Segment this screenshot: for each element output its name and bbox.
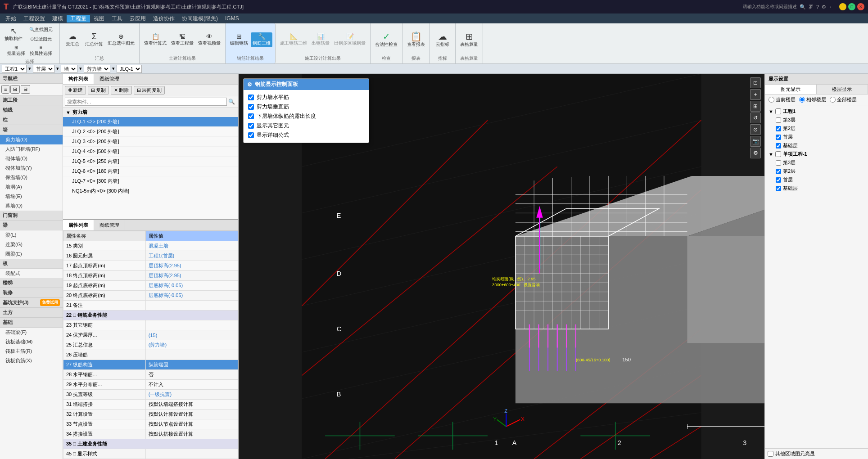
full-view-button[interactable]: ⊡ bbox=[750, 77, 761, 88]
prop-value-29[interactable]: 不计入 bbox=[145, 380, 238, 390]
prop-value-24[interactable]: (15) bbox=[145, 330, 238, 340]
zoom-in-button[interactable]: + bbox=[750, 89, 761, 100]
props-scroll[interactable]: 属性名称 属性值 15 类别 混凝土墙 16 圆元归属 工程1(首层) bbox=[63, 231, 238, 459]
prop-value-19[interactable]: 层底标高(-0.05) bbox=[145, 281, 238, 291]
project-select[interactable]: 工程1 bbox=[2, 65, 27, 73]
sidebar-item-shear-wall[interactable]: 剪力墙(Q) bbox=[0, 135, 63, 144]
attr-select-button[interactable]: ≡ 按属性选择 bbox=[28, 44, 54, 58]
construction-qty-button[interactable]: 📊 出钢筋量 bbox=[310, 32, 331, 47]
cloud-indicator-button[interactable]: ☁ 云指标 bbox=[433, 31, 452, 49]
prop-value-17[interactable]: 层顶标高(2.95) bbox=[145, 261, 238, 271]
sidebar-item-insulation-wall[interactable]: 保温墙(Q) bbox=[0, 173, 63, 182]
menu-view[interactable]: 视图 bbox=[90, 15, 108, 22]
menu-coop-pricing[interactable]: 造价协作 bbox=[149, 15, 178, 22]
cb-floor-l3-p1[interactable] bbox=[776, 117, 781, 123]
construction-3d-button[interactable]: 📐 施工钢筋三维 bbox=[278, 32, 309, 47]
fit-view-button[interactable]: ⊞ bbox=[750, 101, 761, 112]
cb-show-other[interactable] bbox=[248, 123, 254, 129]
cb-floor-l3-s1[interactable] bbox=[776, 160, 781, 166]
tree-item-jlq6[interactable]: JLQ-6 <0> [180 内墙] bbox=[63, 166, 238, 176]
reset-view-button[interactable]: ⊙ bbox=[750, 124, 761, 135]
cb-floor-basement-p1[interactable] bbox=[776, 143, 781, 148]
batch-select-button[interactable]: ⊞ 批量选择 bbox=[5, 44, 27, 58]
filter-element-button[interactable]: ⊙ 过滤图元 bbox=[25, 35, 57, 43]
sidebar-item-precast[interactable]: 装配式 bbox=[0, 269, 63, 278]
calculate-button[interactable]: Σ 汇总计算 bbox=[83, 32, 105, 48]
summary-selected-button[interactable]: ⊕ 汇总选中图元 bbox=[106, 32, 136, 47]
sidebar-item-ring-beam[interactable]: 圈梁(E) bbox=[0, 249, 63, 259]
prop-row-27[interactable]: 27 纵筋构造 纵筋端固 bbox=[63, 360, 238, 370]
tree-item-jlq5[interactable]: JLQ-5 <0> [250 内墙] bbox=[63, 157, 238, 166]
find-element-button[interactable]: 🔍 查找图元 bbox=[25, 25, 57, 34]
menu-tools[interactable]: 工具 bbox=[108, 15, 126, 22]
cb-floor-l2-p1[interactable] bbox=[776, 126, 781, 131]
viewport[interactable]: 3000 E D C B 1 A 2 3 4 堆实截面(截...线)... 2.… bbox=[239, 74, 764, 459]
sidebar-item-wall-buttress[interactable]: 墙垛(E) bbox=[0, 192, 63, 201]
cb-floor-l2-s1[interactable] bbox=[776, 169, 781, 174]
cb-vertical-rebar[interactable] bbox=[248, 104, 254, 110]
tree-group-subproject1[interactable]: ▼ 单项工程-1 bbox=[767, 150, 866, 158]
prop-value-25[interactable]: (剪力墙) bbox=[145, 340, 238, 350]
tab-component-list[interactable]: 构件列表 bbox=[63, 74, 94, 84]
new-component-button[interactable]: ✚ 新建 bbox=[65, 86, 86, 94]
component-type-select[interactable]: 墙 bbox=[61, 65, 77, 73]
prop-value-20[interactable]: 层底标高(-0.05) bbox=[145, 291, 238, 301]
cb-project1[interactable] bbox=[775, 108, 781, 114]
tree-item-jlq4[interactable]: JLQ-4 <0> [500 外墙] bbox=[63, 147, 238, 157]
menu-cloud[interactable]: 云应用 bbox=[126, 15, 149, 22]
extract-component-button[interactable]: ↖ 抽取构件 bbox=[3, 26, 24, 43]
copy-component-button[interactable]: ⊞ 复制 bbox=[88, 86, 109, 94]
component-search-input[interactable] bbox=[65, 98, 227, 106]
prop-value-32[interactable]: 按默认计算设置计算 bbox=[145, 410, 238, 419]
tree-item-jlq7[interactable]: JLQ-7 <0> [300 内墙] bbox=[63, 176, 238, 186]
radio-label-all[interactable]: 全部楼层 bbox=[830, 96, 857, 103]
floor-select[interactable]: 首层 bbox=[33, 65, 54, 73]
floor-copy-button[interactable]: ⊟ 层间复制 bbox=[134, 86, 165, 94]
maximize-button[interactable]: □ bbox=[848, 3, 855, 10]
cb-floor-basement-s1[interactable] bbox=[776, 186, 781, 191]
tab-element-display[interactable]: 图元显示 bbox=[765, 85, 817, 94]
rotate-button[interactable]: ↺ bbox=[750, 112, 761, 123]
sidebar-item-raft-main-rebar[interactable]: 筏板主筋(R) bbox=[0, 346, 63, 356]
tree-item-jlq2[interactable]: JLQ-2 <0> [200 外墙] bbox=[63, 127, 238, 137]
tree-group-project1[interactable]: ▼ 工程1 bbox=[767, 107, 866, 116]
sidebar-item-coupling-beam[interactable]: 连梁(G) bbox=[0, 240, 63, 249]
settings-view-button[interactable]: ⚙ bbox=[750, 148, 761, 158]
edit-rebar-button[interactable]: ⊞ 编辑钢筋 bbox=[228, 32, 250, 47]
menu-quantity[interactable]: 工程量 bbox=[67, 15, 90, 22]
prop-value-15[interactable]: 混凝土墙 bbox=[145, 241, 238, 251]
camera-button[interactable]: 📷 bbox=[750, 136, 761, 147]
menu-igms[interactable]: IGMS bbox=[222, 15, 243, 22]
tree-item-nq1[interactable]: NQ1-5m内 <0> [300 内墙] bbox=[63, 186, 238, 196]
radio-all-floors[interactable] bbox=[830, 97, 836, 103]
prop-value-31[interactable]: 按默认墙端搭接计算 bbox=[145, 400, 238, 410]
rebar-3d-button[interactable]: 🔧 钢筋三维 bbox=[251, 32, 272, 47]
menu-project-settings[interactable]: 工程设置 bbox=[20, 15, 49, 22]
cb-floor-ground-s1[interactable] bbox=[776, 177, 781, 183]
prop-value-33[interactable]: 按默认节点设置计算 bbox=[145, 419, 238, 429]
nav-list-view[interactable]: ≡ bbox=[1, 85, 9, 94]
minimize-button[interactable]: ─ bbox=[839, 3, 846, 10]
sidebar-item-foundation-beam[interactable]: 基础梁(F) bbox=[0, 328, 63, 337]
sidebar-item-masonry-rebar[interactable]: 砌体加筋(Y) bbox=[0, 163, 63, 173]
menu-bim-coop[interactable]: 协同建模(限免) bbox=[178, 15, 222, 22]
nav-icon-view[interactable]: ⊟ bbox=[21, 85, 30, 94]
sidebar-item-wall-opening[interactable]: 墙洞(A) bbox=[0, 182, 63, 192]
prop-value-45[interactable] bbox=[145, 449, 238, 459]
view-report-button[interactable]: 📋 查看报表 bbox=[405, 31, 427, 49]
sidebar-item-beam[interactable]: 梁(L) bbox=[0, 230, 63, 240]
prop-value-21[interactable] bbox=[145, 301, 238, 310]
prop-value-18[interactable]: 层顶标高(2.95) bbox=[145, 271, 238, 281]
sidebar-item-masonry-wall[interactable]: 砌体墙(Q) bbox=[0, 154, 63, 163]
tree-group-shear-wall[interactable]: ▼ 剪力墙 bbox=[63, 108, 238, 117]
radio-label-current[interactable]: 当前楼层 bbox=[769, 96, 796, 103]
tab-drawing-mgmt[interactable]: 图纸管理 bbox=[94, 74, 125, 84]
prop-value-28[interactable]: 否 bbox=[145, 370, 238, 380]
sidebar-item-civil-defense-wall[interactable]: 人防门框墙(RF) bbox=[0, 144, 63, 154]
cb-expose-length[interactable] bbox=[248, 113, 254, 119]
tab-floor-mgmt[interactable]: 图纸管理 bbox=[94, 220, 125, 230]
tree-item-jlq1[interactable]: JLQ-1 <2> [200 外墙] bbox=[63, 117, 238, 127]
prop-value-27[interactable]: 纵筋端固 bbox=[145, 360, 238, 370]
validity-check-button[interactable]: ✓ 合法性检查 bbox=[373, 31, 399, 49]
cb-show-formula[interactable] bbox=[248, 132, 254, 138]
